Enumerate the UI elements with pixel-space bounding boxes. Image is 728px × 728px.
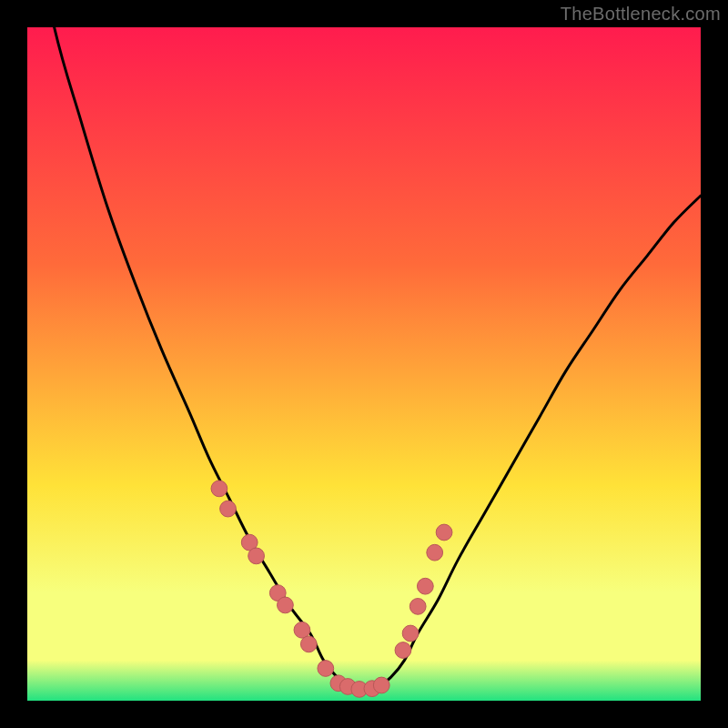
- sample-dot: [410, 599, 426, 615]
- sample-dot: [211, 480, 228, 497]
- sample-dot: [395, 642, 411, 659]
- sample-dot: [278, 597, 294, 613]
- sample-dot: [417, 578, 433, 594]
- sample-dot: [436, 524, 452, 541]
- sample-dot: [318, 661, 334, 677]
- sample-dot: [300, 636, 317, 652]
- sample-dot: [373, 677, 389, 693]
- chart-svg: [27, 27, 701, 701]
- sample-dot: [220, 500, 237, 517]
- attribution-label: TheBottleneck.com: [561, 4, 721, 25]
- sample-dot: [427, 544, 443, 561]
- chart-container: TheBottleneck.com: [0, 0, 728, 728]
- sample-dot: [294, 622, 310, 638]
- sample-dot: [402, 625, 419, 642]
- plot-area: [27, 27, 701, 701]
- gradient-bg: [27, 27, 701, 701]
- sample-dot: [248, 548, 265, 564]
